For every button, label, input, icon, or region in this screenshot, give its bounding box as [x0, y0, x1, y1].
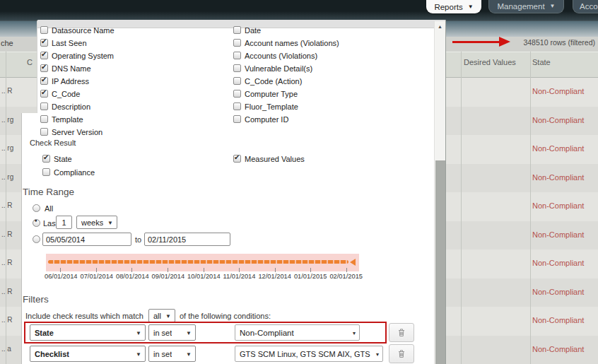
chevron-down-icon: ▼ [186, 351, 192, 357]
filter-operator-select[interactable]: in set ▼ [148, 346, 196, 362]
checkbox-label: Computer ID [245, 115, 288, 124]
state-cell: Non-Compliant [532, 316, 584, 324]
date-to-input[interactable] [144, 233, 230, 246]
column-header-state: State [532, 58, 551, 66]
match-suffix-label: of the following conditions: [180, 312, 271, 320]
reports-menu-button[interactable]: Reports ▼ [426, 0, 481, 13]
checkbox-label: IP Address [52, 77, 89, 86]
chevron-down-icon: ▼ [165, 312, 171, 319]
checkbox-server-version[interactable] [40, 128, 48, 136]
management-menu-button[interactable]: Management ▼ [488, 0, 564, 13]
checkbox-label: C_Code (Action) [245, 77, 302, 86]
checkbox-computer-id[interactable] [233, 115, 241, 123]
axis-tick: 07/01/2014 [81, 273, 114, 280]
checkmark-icon: ✔ [43, 153, 49, 161]
checkmark-icon: ✔ [41, 76, 47, 83]
filter-field-select[interactable]: State ▼ [30, 324, 146, 341]
axis-tick: 08/01/2014 [116, 273, 149, 280]
checkbox-account-names-violations[interactable] [233, 39, 241, 47]
checkbox-c-code[interactable]: ✔ [40, 90, 48, 98]
state-cell: Non-Compliant [532, 230, 584, 239]
checkbox-c-code-action[interactable] [233, 77, 241, 85]
checkmark-icon: ✔ [41, 37, 47, 45]
chevron-down-icon: ▾ [376, 351, 379, 357]
scroll-up-icon[interactable]: ▲ [435, 21, 445, 31]
scrollbar-thumb[interactable] [435, 160, 445, 364]
checkbox-measured-values[interactable]: ✔ [233, 155, 241, 163]
checkbox-label: Computer Type [245, 90, 298, 98]
chevron-down-icon: ▼ [468, 4, 474, 10]
account-menu-button[interactable]: Accou [573, 0, 598, 13]
checkbox-label: Template [52, 115, 83, 124]
axis-tick: 10/01/2014 [187, 273, 221, 280]
checkbox-computer-type[interactable] [233, 90, 241, 98]
top-header-bar: Reports ▼ Management ▼ Accou [0, 0, 598, 21]
trash-icon [397, 328, 406, 337]
checkbox-label: Datasource Name [52, 26, 115, 35]
chevron-down-icon: ▼ [136, 329, 141, 336]
timeline-tickmarks [45, 268, 363, 272]
checkbox-label: Description [52, 102, 90, 111]
checkbox-state[interactable]: ✔ [42, 155, 50, 163]
checkbox-label: Server Version [52, 128, 102, 136]
match-prefix-label: Include check results which match [25, 312, 143, 320]
date-from-input[interactable] [42, 233, 131, 246]
delete-filter-button[interactable] [389, 344, 414, 363]
radio-time-all[interactable] [33, 204, 40, 212]
annotation-arrow-icon [452, 41, 499, 43]
chevron-down-icon: ▼ [550, 4, 556, 9]
checkbox-description[interactable] [40, 102, 48, 110]
chevron-down-icon: ▼ [186, 329, 192, 336]
reports-menu-label: Reports [434, 3, 462, 11]
checkbox-label: Account names (Violations) [245, 39, 339, 47]
filtered-rows-count: 348510 rows (filtered) [513, 38, 595, 47]
checkbox-label: Date [245, 26, 261, 35]
axis-tick: 01/01/2015 [294, 273, 327, 280]
checkbox-ip-address[interactable]: ✔ [40, 77, 48, 85]
column-divider [6, 52, 6, 364]
radio-dot-icon: ● [35, 218, 37, 223]
filter-value-select[interactable]: Non-Compliant ▾ [235, 324, 360, 341]
timeline-arrow-icon [350, 259, 356, 266]
checkbox-label: Measured Values [245, 155, 305, 163]
checkbox-datasource-name[interactable] [40, 26, 48, 34]
toolbar-text-fragment: che [1, 39, 13, 47]
checkbox-template[interactable] [40, 115, 48, 123]
chevron-down-icon: ▼ [107, 219, 113, 225]
delete-filter-button[interactable] [389, 323, 414, 342]
radio-time-last[interactable]: ● [33, 219, 40, 227]
checkbox-label: Vulnerable Detail(s) [245, 64, 312, 73]
state-cell: Non-Compliant [532, 288, 584, 296]
filters-heading: Filters [23, 294, 49, 305]
filter-operator-select[interactable]: in set ▼ [148, 324, 196, 341]
time-range-heading: Time Range [23, 187, 74, 197]
filter-field-select[interactable]: Checklist ▼ [30, 346, 146, 362]
column-header-desired-values: Desired Values [464, 58, 516, 66]
checkbox-compliance[interactable] [42, 168, 50, 176]
annotation-arrow-icon [499, 37, 510, 47]
checkbox-last-seen[interactable]: ✔ [40, 39, 48, 47]
column-header-fragment: C [27, 58, 33, 66]
checkbox-dns-name[interactable]: ✔ [40, 64, 48, 72]
last-count-input[interactable] [56, 216, 72, 229]
dialog-border [445, 20, 446, 364]
checkbox-label: DNS Name [52, 64, 91, 73]
axis-tick: 02/01/2015 [329, 273, 363, 280]
checkbox-date[interactable] [233, 26, 241, 34]
checkmark-icon: ✔ [41, 88, 47, 96]
dialog-scrollbar[interactable]: ▲ [434, 21, 445, 364]
checkmark-icon: ✔ [234, 153, 240, 161]
checkbox-vulnerable-details[interactable] [233, 64, 241, 72]
filter-value-select[interactable]: GTS SCM Linux, GTS SCM AIX, GTS ▾ [235, 346, 383, 362]
state-cell: Non-Compliant [532, 144, 584, 153]
time-unit-select[interactable]: weeks ▼ [76, 216, 117, 229]
checkbox-label: Accounts (Violations) [245, 52, 317, 60]
to-label: to [135, 235, 141, 244]
checkbox-accounts-violations[interactable] [233, 52, 241, 59]
checkbox-operating-system[interactable]: ✔ [40, 52, 48, 59]
axis-tick: 12/01/2014 [258, 273, 291, 280]
match-mode-select[interactable]: all ▼ [148, 309, 175, 322]
radio-time-range[interactable] [33, 235, 40, 243]
timeline-axis-labels: 06/01/2014 07/01/2014 08/01/2014 09/01/2… [45, 273, 363, 280]
checkbox-fluor-template[interactable] [233, 102, 241, 110]
